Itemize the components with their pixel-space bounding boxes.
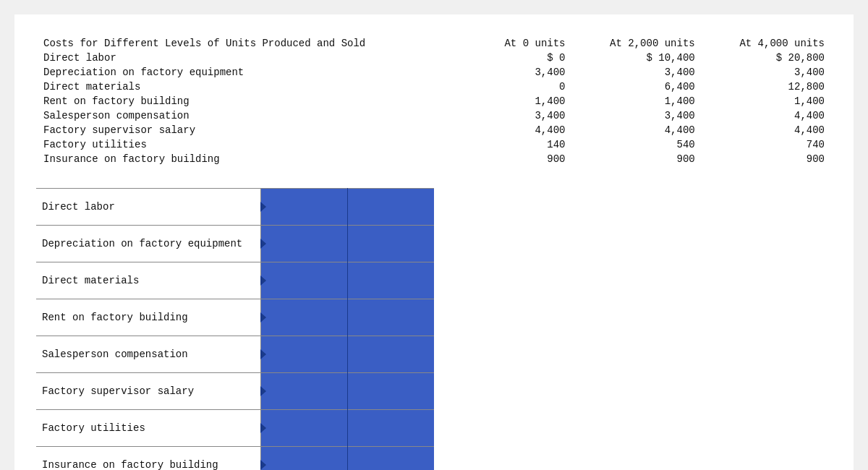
value-0: 0 [475,80,572,94]
value-0: 1,400 [475,94,572,108]
input-cell-2[interactable] [347,410,434,447]
value-4000: 4,400 [702,123,832,137]
input-fill [261,447,347,470]
row-label: Rent on factory building [36,299,260,336]
input-cell-2[interactable] [347,447,434,471]
value-4000: 900 [702,152,832,166]
input-cell-2[interactable] [347,189,434,226]
input-fill [348,189,435,225]
value-2000: 6,400 [572,80,702,94]
input-cell-1[interactable] [260,262,347,299]
arrow-icon [260,239,266,249]
table-row: Factory supervisor salary [36,373,434,410]
row-label: Depreciation on factory equipment [36,226,260,262]
table-row: Direct materials [36,262,434,299]
col2-header: At 2,000 units [572,36,702,51]
value-4000: 4,400 [702,108,832,123]
row-label: Salesperson compensation [36,108,475,123]
input-fill [348,299,435,336]
input-cell-1[interactable] [260,373,347,410]
arrow-icon [260,349,266,359]
row-label: Insurance on factory building [36,152,475,166]
input-fill [261,336,347,372]
input-fill [261,262,347,299]
row-label: Direct labor [36,189,260,226]
value-4000: $ 20,800 [702,51,832,65]
input-fill [348,447,435,470]
table-row: Rent on factory building [36,299,434,336]
input-fill [261,410,347,446]
value-4000: 740 [702,137,832,152]
table-row: Depreciation on factory equipment [36,226,434,262]
table-row: Direct labor $ 0 $ 10,400 $ 20,800 [36,51,832,65]
input-cell-1[interactable] [260,299,347,336]
value-0: 3,400 [475,65,572,80]
table-row: Rent on factory building 1,400 1,400 1,4… [36,94,832,108]
table-row: Direct labor [36,189,434,226]
table-row: Insurance on factory building [36,447,434,471]
value-2000: 540 [572,137,702,152]
table-row: Insurance on factory building 900 900 90… [36,152,832,166]
value-0: 900 [475,152,572,166]
input-cell-1[interactable] [260,447,347,471]
bottom-interactive-table: Direct labor Depreciation on factory equ… [36,188,434,470]
input-cell-1[interactable] [260,336,347,373]
value-4000: 1,400 [702,94,832,108]
input-fill [348,226,435,262]
arrow-icon [260,312,266,322]
input-cell-1[interactable] [260,226,347,262]
row-label: Salesperson compensation [36,336,260,373]
arrow-icon [260,423,266,433]
page-container: Costs for Different Levels of Units Prod… [14,14,854,470]
value-0: 3,400 [475,108,572,123]
input-fill [348,336,435,372]
value-2000: 3,400 [572,65,702,80]
row-label: Rent on factory building [36,94,475,108]
row-label: Direct materials [36,80,475,94]
input-fill [261,189,347,225]
input-cell-2[interactable] [347,373,434,410]
value-2000: 3,400 [572,108,702,123]
input-cell-1[interactable] [260,410,347,447]
table-row: Factory supervisor salary 4,400 4,400 4,… [36,123,832,137]
input-fill [348,373,435,409]
input-fill [348,262,435,299]
table-row: Salesperson compensation [36,336,434,373]
value-2000: 1,400 [572,94,702,108]
input-cell-1[interactable] [260,189,347,226]
col0-header: Costs for Different Levels of Units Prod… [36,36,475,51]
row-label: Insurance on factory building [36,447,260,471]
input-fill [261,373,347,409]
row-label: Direct labor [36,51,475,65]
table-row: Salesperson compensation 3,400 3,400 4,4… [36,108,832,123]
row-label: Factory supervisor salary [36,373,260,410]
row-label: Depreciation on factory equipment [36,65,475,80]
arrow-icon [260,275,266,286]
value-4000: 12,800 [702,80,832,94]
table-row: Factory utilities [36,410,434,447]
value-2000: $ 10,400 [572,51,702,65]
arrow-icon [260,202,266,212]
input-cell-2[interactable] [347,226,434,262]
value-0: 4,400 [475,123,572,137]
input-cell-2[interactable] [347,262,434,299]
table-row: Direct materials 0 6,400 12,800 [36,80,832,94]
row-label: Factory utilities [36,137,475,152]
arrow-icon [260,386,266,396]
value-0: $ 0 [475,51,572,65]
value-2000: 900 [572,152,702,166]
value-0: 140 [475,137,572,152]
col3-header: At 4,000 units [702,36,832,51]
input-cell-2[interactable] [347,336,434,373]
col1-header: At 0 units [475,36,572,51]
row-label: Factory supervisor salary [36,123,475,137]
row-label: Factory utilities [36,410,260,447]
top-reference-table: Costs for Different Levels of Units Prod… [36,36,832,166]
row-label: Direct materials [36,262,260,299]
input-fill [261,299,347,336]
value-2000: 4,400 [572,123,702,137]
arrow-icon [260,460,266,470]
table-row: Depreciation on factory equipment 3,400 … [36,65,832,80]
input-cell-2[interactable] [347,299,434,336]
table-row: Factory utilities 140 540 740 [36,137,832,152]
